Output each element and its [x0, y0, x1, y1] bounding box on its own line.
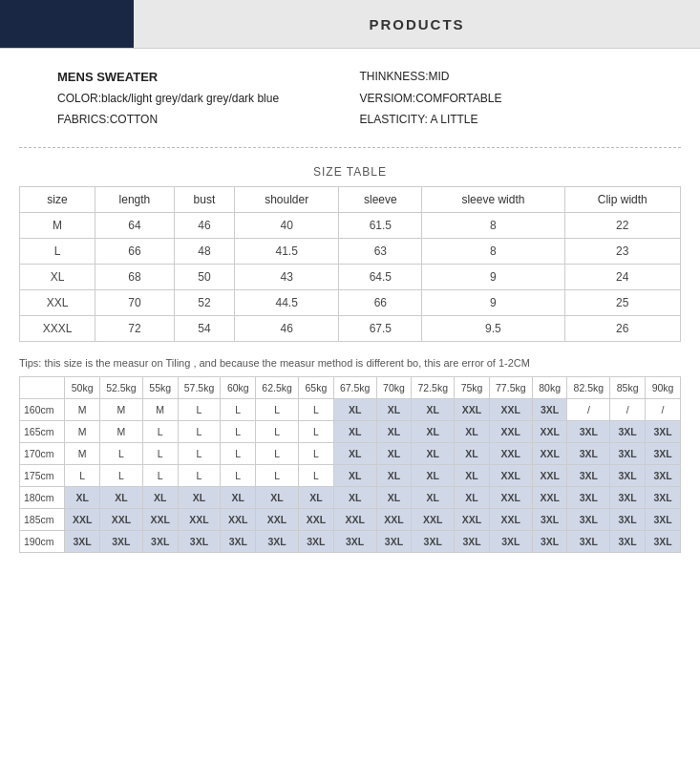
wh-size-cell: XL	[256, 487, 299, 509]
wh-size-cell: /	[567, 399, 610, 421]
header-title-bar: PRODUCTS	[134, 0, 700, 48]
wh-size-cell: 3XL	[646, 465, 681, 487]
wh-height-header: 165cm	[20, 421, 65, 443]
size-table-row: L664841.563823	[20, 239, 681, 265]
size-table-cell: 8	[422, 213, 564, 239]
product-name: MENS SWEATER	[57, 68, 341, 86]
wh-height-header: 185cm	[20, 509, 65, 531]
wh-size-cell: XXL	[489, 443, 532, 465]
wh-size-cell: XL	[412, 487, 455, 509]
product-version: VERSIOM:COMFORTABLE	[360, 90, 644, 107]
wh-table-head: 50kg52.5kg55kg57.5kg60kg62.5kg65kg67.5kg…	[20, 377, 681, 399]
size-table-cell: L	[20, 239, 95, 265]
wh-size-cell: XXL	[142, 509, 178, 531]
size-table-cell: 66	[339, 290, 422, 316]
wh-weight-header: 67.5kg	[333, 377, 376, 399]
wh-size-cell: XL	[455, 487, 490, 509]
size-table-cell: 22	[564, 213, 680, 239]
header: PRODUCTS	[0, 0, 700, 49]
size-table-cell: 9	[422, 290, 564, 316]
size-table-col-header: length	[95, 187, 174, 213]
wh-size-cell: 3XL	[646, 509, 681, 531]
wh-size-cell: XL	[333, 487, 376, 509]
wh-size-cell: XXL	[298, 509, 333, 531]
wh-size-cell: XL	[455, 465, 490, 487]
size-table-cell: 54	[174, 316, 234, 342]
wh-size-cell: 3XL	[412, 531, 455, 553]
wh-size-cell: 3XL	[221, 531, 256, 553]
wh-size-cell: XL	[333, 443, 376, 465]
wh-table-row: 160cmMMMLLLLXLXLXLXXLXXL3XL///	[20, 399, 681, 421]
header-logo-block	[0, 0, 134, 48]
wh-size-cell: XL	[376, 487, 412, 509]
wh-size-cell: 3XL	[65, 531, 100, 553]
size-table-row: XXL705244.566925	[20, 290, 681, 316]
size-table-cell: M	[20, 213, 95, 239]
wh-size-cell: XL	[412, 421, 455, 443]
wh-size-cell: 3XL	[376, 531, 412, 553]
wh-size-cell: 3XL	[567, 443, 610, 465]
wh-size-cell: 3XL	[646, 443, 681, 465]
wh-size-cell: XXL	[455, 399, 490, 421]
size-table-cell: 64.5	[339, 265, 422, 290]
wh-size-cell: L	[100, 465, 143, 487]
wh-height-header: 175cm	[20, 465, 65, 487]
size-table-cell: 52	[174, 290, 234, 316]
wh-size-cell: L	[142, 421, 178, 443]
size-table-header-row: sizelengthbustshouldersleevesleeve width…	[20, 187, 681, 213]
wh-size-cell: 3XL	[489, 531, 532, 553]
size-table: sizelengthbustshouldersleevesleeve width…	[19, 186, 681, 342]
size-table-row: XXXL72544667.59.526	[20, 316, 681, 342]
wh-table-section: 50kg52.5kg55kg57.5kg60kg62.5kg65kg67.5kg…	[0, 372, 700, 562]
wh-size-cell: 3XL	[532, 531, 567, 553]
wh-table-row: 165cmMMLLLLLXLXLXLXLXXLXXL3XL3XL3XL	[20, 421, 681, 443]
wh-table-row: 180cmXLXLXLXLXLXLXLXLXLXLXLXXLXXL3XL3XL3…	[20, 487, 681, 509]
size-table-cell: 48	[174, 239, 234, 265]
wh-size-cell: 3XL	[610, 531, 646, 553]
product-fabrics: FABRICS:COTTON	[57, 111, 341, 128]
wh-height-header: 190cm	[20, 531, 65, 553]
wh-size-cell: XXL	[532, 465, 567, 487]
wh-table-body: 160cmMMMLLLLXLXLXLXXLXXL3XL///165cmMMLLL…	[20, 399, 681, 553]
wh-header-row: 50kg52.5kg55kg57.5kg60kg62.5kg65kg67.5kg…	[20, 377, 681, 399]
size-table-cell: 63	[339, 239, 422, 265]
wh-table: 50kg52.5kg55kg57.5kg60kg62.5kg65kg67.5kg…	[19, 376, 681, 553]
size-table-cell: 40	[234, 213, 338, 239]
wh-weight-header: 75kg	[455, 377, 490, 399]
wh-size-cell: L	[298, 443, 333, 465]
wh-size-cell: XXL	[256, 509, 299, 531]
wh-size-cell: L	[256, 465, 299, 487]
size-table-head: sizelengthbustshouldersleevesleeve width…	[20, 187, 681, 213]
product-info: MENS SWEATER THINKNESS:MID COLOR:black/l…	[0, 49, 700, 138]
wh-size-cell: 3XL	[567, 465, 610, 487]
wh-size-cell: 3XL	[532, 509, 567, 531]
wh-size-cell: M	[65, 421, 100, 443]
size-table-col-header: size	[20, 187, 95, 213]
wh-size-cell: L	[221, 399, 256, 421]
size-table-cell: 8	[422, 239, 564, 265]
wh-size-cell: XL	[376, 443, 412, 465]
wh-size-cell: L	[221, 421, 256, 443]
divider	[19, 147, 681, 148]
size-table-cell: 25	[564, 290, 680, 316]
wh-size-cell: 3XL	[567, 487, 610, 509]
wh-size-cell: XXL	[532, 421, 567, 443]
wh-size-cell: XL	[412, 443, 455, 465]
size-table-cell: 26	[564, 316, 680, 342]
wh-size-cell: M	[65, 399, 100, 421]
product-elasticity: ELASTICITY: A LITTLE	[360, 111, 644, 128]
wh-size-cell: 3XL	[610, 509, 646, 531]
wh-weight-header: 77.5kg	[489, 377, 532, 399]
wh-size-cell: L	[142, 443, 178, 465]
size-table-cell: 9	[422, 265, 564, 290]
wh-size-cell: L	[178, 443, 221, 465]
wh-size-cell: L	[65, 465, 100, 487]
size-table-cell: XXL	[20, 290, 95, 316]
size-table-body: M64464061.5822L664841.563823XL68504364.5…	[20, 213, 681, 342]
wh-size-cell: XXL	[455, 509, 490, 531]
wh-size-cell: XL	[100, 487, 143, 509]
wh-size-cell: 3XL	[256, 531, 299, 553]
wh-size-cell: L	[298, 465, 333, 487]
size-table-cell: 67.5	[339, 316, 422, 342]
size-table-row: XL68504364.5924	[20, 265, 681, 290]
